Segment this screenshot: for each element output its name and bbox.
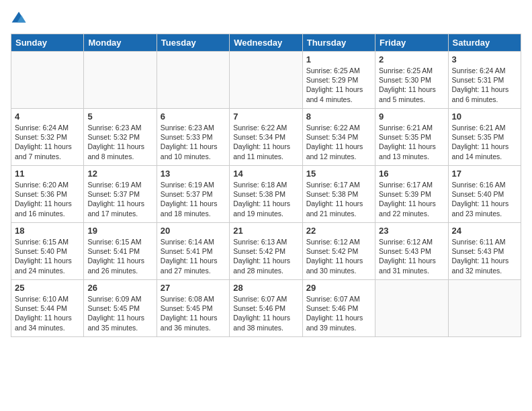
day-info: Sunrise: 6:15 AM Sunset: 5:41 PM Dayligh… xyxy=(87,237,152,275)
logo-icon xyxy=(11,11,27,27)
day-info: Sunrise: 6:09 AM Sunset: 5:45 PM Dayligh… xyxy=(87,294,152,332)
day-info: Sunrise: 6:18 AM Sunset: 5:38 PM Dayligh… xyxy=(233,180,298,218)
calendar-cell: 29Sunrise: 6:07 AM Sunset: 5:46 PM Dayli… xyxy=(302,280,375,337)
calendar-cell: 27Sunrise: 6:08 AM Sunset: 5:45 PM Dayli… xyxy=(157,280,229,337)
calendar-cell: 26Sunrise: 6:09 AM Sunset: 5:45 PM Dayli… xyxy=(84,280,157,337)
day-info: Sunrise: 6:23 AM Sunset: 5:32 PM Dayligh… xyxy=(87,123,152,161)
day-number: 20 xyxy=(161,226,226,236)
day-info: Sunrise: 6:19 AM Sunset: 5:37 PM Dayligh… xyxy=(87,180,152,218)
day-number: 28 xyxy=(233,283,298,293)
day-number: 6 xyxy=(161,111,226,122)
day-info: Sunrise: 6:22 AM Sunset: 5:34 PM Dayligh… xyxy=(233,123,298,161)
day-info: Sunrise: 6:20 AM Sunset: 5:36 PM Dayligh… xyxy=(15,180,80,218)
day-number: 23 xyxy=(379,226,444,236)
day-info: Sunrise: 6:22 AM Sunset: 5:34 PM Dayligh… xyxy=(306,123,371,161)
calendar-cell: 15Sunrise: 6:17 AM Sunset: 5:38 PM Dayli… xyxy=(302,166,375,223)
calendar-cell: 12Sunrise: 6:19 AM Sunset: 5:37 PM Dayli… xyxy=(84,166,157,223)
calendar-week-4: 18Sunrise: 6:15 AM Sunset: 5:40 PM Dayli… xyxy=(11,223,521,280)
day-info: Sunrise: 6:07 AM Sunset: 5:46 PM Dayligh… xyxy=(233,294,298,332)
day-info: Sunrise: 6:07 AM Sunset: 5:46 PM Dayligh… xyxy=(306,294,371,332)
day-number: 11 xyxy=(15,169,80,179)
calendar-cell: 6Sunrise: 6:23 AM Sunset: 5:33 PM Daylig… xyxy=(157,109,229,166)
calendar-cell: 28Sunrise: 6:07 AM Sunset: 5:46 PM Dayli… xyxy=(230,280,302,337)
calendar-cell: 9Sunrise: 6:21 AM Sunset: 5:35 PM Daylig… xyxy=(375,109,448,166)
day-info: Sunrise: 6:25 AM Sunset: 5:30 PM Dayligh… xyxy=(379,66,444,104)
calendar-cell: 7Sunrise: 6:22 AM Sunset: 5:34 PM Daylig… xyxy=(230,109,302,166)
calendar-cell xyxy=(84,52,157,109)
calendar-header-wednesday: Wednesday xyxy=(230,34,302,52)
calendar-cell: 17Sunrise: 6:16 AM Sunset: 5:40 PM Dayli… xyxy=(448,166,521,223)
day-info: Sunrise: 6:12 AM Sunset: 5:43 PM Dayligh… xyxy=(379,237,444,275)
calendar-cell xyxy=(375,280,448,337)
day-info: Sunrise: 6:16 AM Sunset: 5:40 PM Dayligh… xyxy=(452,180,517,218)
calendar-header-row: SundayMondayTuesdayWednesdayThursdayFrid… xyxy=(11,34,521,52)
day-info: Sunrise: 6:15 AM Sunset: 5:40 PM Dayligh… xyxy=(15,237,80,275)
day-info: Sunrise: 6:19 AM Sunset: 5:37 PM Dayligh… xyxy=(161,180,226,218)
day-info: Sunrise: 6:23 AM Sunset: 5:33 PM Dayligh… xyxy=(161,123,226,161)
header xyxy=(11,11,521,27)
calendar-cell: 21Sunrise: 6:13 AM Sunset: 5:42 PM Dayli… xyxy=(230,223,302,280)
day-info: Sunrise: 6:24 AM Sunset: 5:31 PM Dayligh… xyxy=(452,66,517,104)
day-info: Sunrise: 6:17 AM Sunset: 5:39 PM Dayligh… xyxy=(379,180,444,218)
calendar-cell: 14Sunrise: 6:18 AM Sunset: 5:38 PM Dayli… xyxy=(230,166,302,223)
calendar-cell: 10Sunrise: 6:21 AM Sunset: 5:35 PM Dayli… xyxy=(448,109,521,166)
calendar-week-5: 25Sunrise: 6:10 AM Sunset: 5:44 PM Dayli… xyxy=(11,280,521,337)
calendar-cell: 4Sunrise: 6:24 AM Sunset: 5:32 PM Daylig… xyxy=(11,109,84,166)
day-info: Sunrise: 6:24 AM Sunset: 5:32 PM Dayligh… xyxy=(15,123,80,161)
calendar-week-3: 11Sunrise: 6:20 AM Sunset: 5:36 PM Dayli… xyxy=(11,166,521,223)
day-info: Sunrise: 6:11 AM Sunset: 5:43 PM Dayligh… xyxy=(452,237,517,275)
day-number: 3 xyxy=(452,54,517,64)
calendar-header-friday: Friday xyxy=(375,34,448,52)
calendar-cell: 24Sunrise: 6:11 AM Sunset: 5:43 PM Dayli… xyxy=(448,223,521,280)
day-number: 13 xyxy=(161,169,226,179)
day-info: Sunrise: 6:13 AM Sunset: 5:42 PM Dayligh… xyxy=(233,237,298,275)
day-number: 29 xyxy=(306,283,371,293)
day-number: 1 xyxy=(306,54,371,64)
calendar-cell: 13Sunrise: 6:19 AM Sunset: 5:37 PM Dayli… xyxy=(157,166,229,223)
day-number: 22 xyxy=(306,226,371,236)
calendar-header-saturday: Saturday xyxy=(448,34,521,52)
calendar-cell xyxy=(157,52,229,109)
calendar: SundayMondayTuesdayWednesdayThursdayFrid… xyxy=(11,34,521,337)
calendar-header-tuesday: Tuesday xyxy=(157,34,229,52)
day-number: 7 xyxy=(233,111,298,122)
day-info: Sunrise: 6:10 AM Sunset: 5:44 PM Dayligh… xyxy=(15,294,80,332)
calendar-cell: 16Sunrise: 6:17 AM Sunset: 5:39 PM Dayli… xyxy=(375,166,448,223)
day-info: Sunrise: 6:17 AM Sunset: 5:38 PM Dayligh… xyxy=(306,180,371,218)
day-number: 5 xyxy=(87,111,152,122)
day-number: 19 xyxy=(87,226,152,236)
calendar-week-2: 4Sunrise: 6:24 AM Sunset: 5:32 PM Daylig… xyxy=(11,109,521,166)
calendar-week-1: 1Sunrise: 6:25 AM Sunset: 5:29 PM Daylig… xyxy=(11,52,521,109)
calendar-cell: 2Sunrise: 6:25 AM Sunset: 5:30 PM Daylig… xyxy=(375,52,448,109)
day-number: 9 xyxy=(379,111,444,122)
day-number: 17 xyxy=(452,169,517,179)
calendar-cell xyxy=(230,52,302,109)
calendar-cell: 22Sunrise: 6:12 AM Sunset: 5:42 PM Dayli… xyxy=(302,223,375,280)
day-info: Sunrise: 6:12 AM Sunset: 5:42 PM Dayligh… xyxy=(306,237,371,275)
day-number: 14 xyxy=(233,169,298,179)
day-number: 26 xyxy=(87,283,152,293)
day-number: 12 xyxy=(87,169,152,179)
calendar-cell: 18Sunrise: 6:15 AM Sunset: 5:40 PM Dayli… xyxy=(11,223,84,280)
calendar-cell: 3Sunrise: 6:24 AM Sunset: 5:31 PM Daylig… xyxy=(448,52,521,109)
day-info: Sunrise: 6:08 AM Sunset: 5:45 PM Dayligh… xyxy=(161,294,226,332)
day-number: 15 xyxy=(306,169,371,179)
day-number: 25 xyxy=(15,283,80,293)
calendar-header-sunday: Sunday xyxy=(11,34,84,52)
day-number: 21 xyxy=(233,226,298,236)
calendar-cell: 20Sunrise: 6:14 AM Sunset: 5:41 PM Dayli… xyxy=(157,223,229,280)
calendar-header-thursday: Thursday xyxy=(302,34,375,52)
calendar-cell: 25Sunrise: 6:10 AM Sunset: 5:44 PM Dayli… xyxy=(11,280,84,337)
day-number: 8 xyxy=(306,111,371,122)
calendar-cell: 19Sunrise: 6:15 AM Sunset: 5:41 PM Dayli… xyxy=(84,223,157,280)
day-number: 10 xyxy=(452,111,517,122)
calendar-cell: 8Sunrise: 6:22 AM Sunset: 5:34 PM Daylig… xyxy=(302,109,375,166)
logo xyxy=(11,11,30,27)
day-number: 16 xyxy=(379,169,444,179)
day-number: 2 xyxy=(379,54,444,64)
calendar-cell xyxy=(448,280,521,337)
day-number: 18 xyxy=(15,226,80,236)
day-info: Sunrise: 6:14 AM Sunset: 5:41 PM Dayligh… xyxy=(161,237,226,275)
calendar-cell: 1Sunrise: 6:25 AM Sunset: 5:29 PM Daylig… xyxy=(302,52,375,109)
calendar-cell xyxy=(11,52,84,109)
